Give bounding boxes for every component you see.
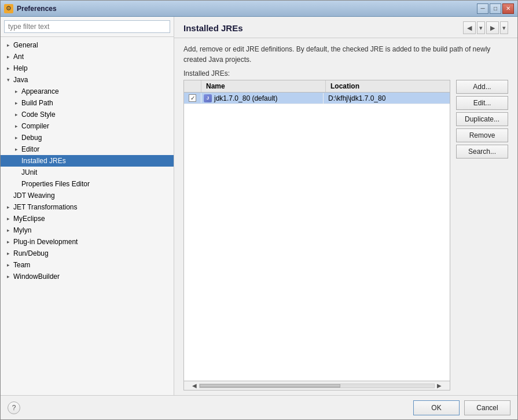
window-controls: ─ □ ✕ — [477, 3, 514, 14]
scroll-track[interactable] — [199, 384, 435, 388]
ok-button[interactable]: OK — [413, 400, 460, 415]
sidebar-item-help[interactable]: Help — [1, 62, 174, 74]
sidebar-item-windowbuilder[interactable]: WindowBuilder — [1, 271, 174, 282]
sidebar-item-label: General — [12, 40, 38, 50]
close-button[interactable]: ✕ — [502, 3, 514, 14]
add-button[interactable]: Add... — [456, 80, 508, 94]
tree-arrow-myeclipse — [4, 215, 12, 223]
sidebar-item-general[interactable]: General — [1, 39, 174, 51]
sidebar-item-jet-transformations[interactable]: JET Transformations — [1, 201, 174, 213]
tree-arrow-ant — [4, 53, 12, 61]
sidebar-item-junit[interactable]: JUnit — [1, 167, 174, 178]
remove-button[interactable]: Remove — [456, 128, 508, 142]
help-button[interactable]: ? — [8, 401, 20, 414]
tree-arrow-jet — [4, 203, 12, 211]
sidebar-item-mylyn[interactable]: Mylyn — [1, 224, 174, 236]
tree-arrow-compiler — [12, 122, 20, 130]
tree-arrow-appearance — [12, 87, 20, 95]
tree-arrow-prop-files — [12, 180, 20, 188]
tree-arrow-java — [4, 76, 12, 84]
nav-forward-menu-button[interactable]: ▾ — [500, 21, 508, 34]
sidebar-item-ant[interactable]: Ant — [1, 51, 174, 62]
sidebar-item-java[interactable]: Java — [1, 74, 174, 86]
sidebar-item-label: JUnit — [20, 167, 37, 178]
sidebar-item-label: Run/Debug — [12, 248, 49, 259]
tree-arrow-help — [4, 64, 12, 72]
tree-arrow-code-style — [12, 110, 20, 119]
row-location-cell: D:\kfhj\jdk1.7.0_80 — [324, 93, 450, 104]
preferences-window: ⚙ Preferences ─ □ ✕ General — [0, 0, 518, 420]
nav-forward-button[interactable]: ▶ — [486, 21, 499, 34]
maximize-button[interactable]: □ — [490, 3, 501, 14]
sidebar-item-label: Appearance — [20, 86, 59, 97]
main-content: General Ant Help Java — [1, 17, 517, 395]
sidebar-item-label: JET Transformations — [12, 202, 77, 212]
sidebar-item-debug[interactable]: Debug — [1, 132, 174, 143]
search-button[interactable]: Search... — [456, 145, 508, 159]
sidebar-item-editor[interactable]: Editor — [1, 143, 174, 155]
scroll-left-arrow[interactable]: ◀ — [192, 382, 197, 389]
sidebar-item-label: Help — [12, 63, 28, 73]
sidebar-item-compiler[interactable]: Compiler — [1, 120, 174, 132]
table-with-buttons: Name Location ✓ J jd — [183, 80, 508, 390]
sidebar-item-label: Build Path — [20, 98, 53, 108]
checkbox-checked[interactable]: ✓ — [189, 94, 196, 102]
panel-nav-buttons: ◀ ▾ ▶ ▾ — [463, 21, 508, 34]
table-header: Name Location — [184, 80, 450, 93]
action-buttons: Add... Edit... Duplicate... Remove Searc… — [450, 80, 508, 390]
installed-jres-label: Installed JREs: — [183, 69, 508, 78]
panel-header: Installed JREs ◀ ▾ ▶ ▾ — [174, 17, 517, 38]
row-name-cell: J jdk1.7.0_80 (default) — [201, 93, 324, 104]
tree: General Ant Help Java — [1, 37, 174, 395]
sidebar-item-plug-in-development[interactable]: Plug-in Development — [1, 236, 174, 248]
tree-arrow-build-path — [12, 99, 20, 107]
sidebar-item-label: Code Style — [20, 109, 56, 120]
sidebar-item-label: WindowBuilder — [12, 271, 60, 282]
sidebar-item-properties-files-editor[interactable]: Properties Files Editor — [1, 178, 174, 190]
cancel-button[interactable]: Cancel — [464, 400, 510, 415]
table-wrapper: Name Location ✓ J jd — [183, 80, 450, 390]
edit-button[interactable]: Edit... — [456, 96, 508, 110]
table-row[interactable]: ✓ J jdk1.7.0_80 (default) D:\kfhj\jdk1.7… — [184, 93, 450, 104]
sidebar-item-code-style[interactable]: Code Style — [1, 109, 174, 120]
tree-arrow-general — [4, 41, 12, 49]
sidebar-item-label: Debug — [20, 132, 42, 143]
sidebar-item-myeclipse[interactable]: MyEclipse — [1, 213, 174, 224]
sidebar-item-build-path[interactable]: Build Path — [1, 97, 174, 109]
tree-arrow-run-debug — [4, 249, 12, 257]
tree-arrow-debug — [12, 134, 20, 142]
jre-table: Name Location ✓ J jd — [183, 80, 450, 390]
sidebar-item-run-debug[interactable]: Run/Debug — [1, 248, 174, 259]
sidebar-item-appearance[interactable]: Appearance — [1, 86, 174, 97]
location-column-header: Location — [326, 80, 450, 92]
right-panel: Installed JREs ◀ ▾ ▶ ▾ Add, remove or ed… — [174, 17, 517, 395]
scroll-thumb[interactable] — [200, 384, 340, 388]
jre-name: jdk1.7.0_80 (default) — [214, 94, 277, 102]
row-checkbox[interactable]: ✓ — [184, 93, 201, 103]
scroll-right-arrow[interactable]: ▶ — [437, 382, 442, 389]
window-icon: ⚙ — [4, 4, 13, 13]
filter-input[interactable] — [4, 20, 170, 33]
title-bar: ⚙ Preferences ─ □ ✕ — [1, 1, 517, 17]
duplicate-button[interactable]: Duplicate... — [456, 112, 508, 126]
nav-back-button[interactable]: ◀ — [463, 21, 476, 34]
sidebar-item-installed-jres[interactable]: Installed JREs — [1, 155, 174, 167]
name-column-header: Name — [201, 80, 326, 92]
tree-arrow-editor — [12, 145, 20, 153]
panel-title: Installed JREs — [183, 23, 243, 33]
tree-arrow-jdt-weaving — [4, 191, 12, 200]
sidebar-item-label: Java — [12, 75, 28, 85]
horizontal-scrollbar[interactable]: ◀ ▶ — [184, 381, 450, 390]
filter-wrap — [1, 17, 174, 37]
sidebar-item-label: Team — [12, 260, 30, 270]
sidebar-item-jdt-weaving[interactable]: JDT Weaving — [1, 190, 174, 201]
minimize-button[interactable]: ─ — [477, 3, 488, 14]
footer: ? OK Cancel — [1, 395, 517, 419]
nav-back-menu-button[interactable]: ▾ — [477, 21, 485, 34]
sidebar-item-label: Ant — [12, 51, 24, 62]
checkbox-col-header — [184, 80, 201, 92]
sidebar-item-team[interactable]: Team — [1, 259, 174, 271]
sidebar-item-label: Plug-in Development — [12, 237, 78, 247]
footer-left: ? — [8, 401, 20, 414]
jre-icon: J — [204, 94, 212, 102]
